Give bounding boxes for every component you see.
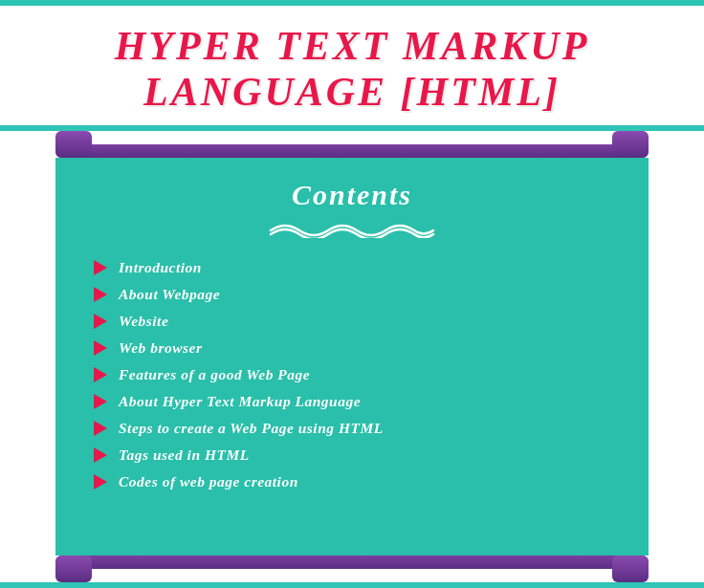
menu-list: Introduction About Webpage Website Web b… bbox=[94, 259, 610, 490]
arrow-icon bbox=[94, 314, 107, 329]
rod-knob-right-top bbox=[612, 131, 649, 158]
contents-title: Contents bbox=[292, 179, 412, 210]
list-item: Codes of web page creation bbox=[94, 473, 610, 490]
list-item-label: Tags used in HTML bbox=[119, 446, 250, 464]
arrow-icon bbox=[94, 287, 107, 302]
rod-bar-top bbox=[55, 144, 649, 158]
list-item: Introduction bbox=[94, 259, 610, 276]
list-item: Tags used in HTML bbox=[94, 446, 610, 464]
title-area: Hyper Text Markup Language [HTML] bbox=[0, 6, 704, 125]
list-item: Features of a good Web Page bbox=[94, 366, 610, 383]
scroll-rod-top bbox=[0, 131, 704, 158]
list-item: Website bbox=[94, 313, 610, 330]
list-item: Web browser bbox=[94, 339, 610, 357]
wave-decoration bbox=[94, 217, 610, 242]
page-title: Hyper Text Markup Language [HTML] bbox=[38, 23, 666, 116]
arrow-icon bbox=[94, 367, 107, 382]
arrow-icon bbox=[94, 394, 107, 409]
arrow-icon bbox=[94, 447, 107, 463]
list-item: Steps to create a Web Page using HTML bbox=[94, 420, 610, 437]
list-item-label: Steps to create a Web Page using HTML bbox=[119, 420, 384, 437]
contents-header: Contents bbox=[94, 179, 610, 211]
rod-bar-bottom bbox=[55, 555, 649, 569]
list-item-label: Introduction bbox=[119, 259, 202, 276]
list-item-label: About Webpage bbox=[119, 286, 220, 303]
list-item: About Hyper Text Markup Language bbox=[94, 393, 610, 410]
arrow-icon bbox=[94, 474, 107, 490]
scroll-rod-bottom bbox=[0, 555, 704, 582]
list-item: About Webpage bbox=[94, 286, 610, 303]
rod-knob-right-bottom bbox=[612, 555, 649, 582]
bottom-border bbox=[0, 582, 704, 588]
list-item-label: Features of a good Web Page bbox=[119, 366, 310, 383]
rod-knob-left-bottom bbox=[55, 555, 92, 582]
list-item-label: About Hyper Text Markup Language bbox=[119, 393, 361, 410]
list-item-label: Web browser bbox=[119, 339, 202, 357]
list-item-label: Website bbox=[119, 313, 168, 330]
rod-knob-left-top bbox=[55, 131, 92, 158]
arrow-icon bbox=[94, 421, 107, 436]
scroll-content: Contents Introduction About Webpage Webs… bbox=[55, 158, 649, 555]
arrow-icon bbox=[94, 340, 107, 356]
list-item-label: Codes of web page creation bbox=[119, 473, 298, 490]
arrow-icon bbox=[94, 260, 107, 275]
